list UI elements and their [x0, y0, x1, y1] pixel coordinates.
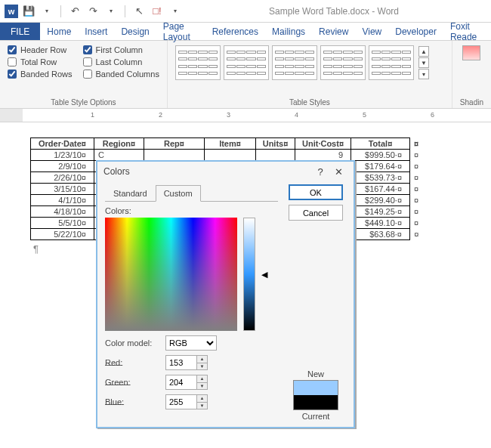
- cell-date[interactable]: 5/5/10¤: [31, 218, 94, 229]
- cell-total[interactable]: $449.10·¤: [351, 218, 410, 229]
- spin-up-icon[interactable]: ▲: [197, 395, 207, 403]
- table-row[interactable]: 1/23/10¤C9$999.50·¤¤: [31, 150, 423, 161]
- qat-dropdown-icon[interactable]: ▾: [169, 5, 181, 17]
- cell-end: ¤: [410, 161, 423, 172]
- cell-end: ¤: [410, 206, 423, 218]
- current-label: Current: [302, 412, 330, 421]
- tab-page-layout[interactable]: Page Layout: [156, 23, 205, 40]
- red-spinner[interactable]: ▲▼: [165, 355, 208, 370]
- cell-end: ¤: [410, 150, 423, 161]
- qat-dropdown-icon[interactable]: ▾: [105, 5, 117, 17]
- save-icon[interactable]: 💾: [23, 5, 35, 17]
- table-style-thumb[interactable]: [224, 45, 269, 80]
- col-unit-cost[interactable]: Unit·Cost¤: [295, 138, 351, 150]
- table-header-row[interactable]: Order·Date¤ Region¤ Rep¤ Item¤ Units¤ Un…: [31, 138, 423, 150]
- group-table-styles: ▲ ▼ ▾ Table Styles: [168, 41, 452, 108]
- green-spinner[interactable]: ▲▼: [165, 375, 208, 390]
- tab-design[interactable]: Design: [114, 23, 156, 40]
- spin-down-icon[interactable]: ▼: [197, 403, 207, 409]
- check-banded-columns[interactable]: Banded Columns: [83, 70, 159, 79]
- cell-date[interactable]: 2/26/10¤: [31, 172, 94, 184]
- cell-date[interactable]: 4/18/10¤: [31, 206, 94, 218]
- window-title: Sample Word Table.docx - Word: [181, 6, 486, 17]
- col-total[interactable]: Total¤: [351, 138, 410, 150]
- table-style-thumb[interactable]: [320, 45, 366, 80]
- cell-date[interactable]: 3/15/10¤: [31, 184, 94, 195]
- ok-button[interactable]: OK: [289, 184, 343, 200]
- table-style-thumb[interactable]: [369, 45, 414, 80]
- cell-unit-cost[interactable]: 9: [295, 150, 351, 161]
- tab-insert[interactable]: Insert: [78, 23, 114, 40]
- undo-icon[interactable]: ↶: [69, 5, 81, 17]
- red-input[interactable]: [166, 356, 196, 369]
- cell-item[interactable]: [205, 150, 256, 161]
- close-icon[interactable]: ✕: [329, 166, 347, 178]
- dialog-help-button[interactable]: ?: [311, 166, 329, 178]
- tab-foxit[interactable]: Foxit Reade: [443, 23, 491, 40]
- tab-file[interactable]: FILE: [0, 23, 40, 40]
- color-preview: [293, 380, 338, 410]
- cell-units[interactable]: [256, 150, 295, 161]
- cell-rep[interactable]: [144, 150, 205, 161]
- tab-view[interactable]: View: [355, 23, 388, 40]
- cell-end: ¤: [410, 218, 423, 229]
- gallery-more-icon[interactable]: ▾: [418, 69, 429, 79]
- shading-icon[interactable]: [462, 45, 480, 60]
- cell-total[interactable]: $299.40·¤: [351, 195, 410, 206]
- tab-developer[interactable]: Developer: [388, 23, 443, 40]
- qat-dropdown-icon[interactable]: ▾: [41, 5, 53, 17]
- check-first-column[interactable]: First Column: [83, 45, 159, 54]
- gallery-up-icon[interactable]: ▲: [418, 46, 429, 57]
- shading-label: Shadin: [460, 97, 483, 107]
- tab-standard[interactable]: Standard: [105, 185, 156, 202]
- ruler[interactable]: 1 2 3 4 5 6: [0, 109, 491, 122]
- cell-total[interactable]: $999.50·¤: [351, 150, 410, 161]
- spin-up-icon[interactable]: ▲: [197, 375, 207, 383]
- cell-total[interactable]: $63.68·¤: [351, 229, 410, 240]
- tab-home[interactable]: Home: [40, 23, 78, 40]
- dialog-titlebar[interactable]: Colors ? ✕: [97, 162, 354, 181]
- col-units[interactable]: Units¤: [256, 138, 295, 150]
- check-last-column[interactable]: Last Column: [83, 57, 159, 66]
- col-region[interactable]: Region¤: [94, 138, 144, 150]
- luminance-slider[interactable]: [243, 218, 255, 331]
- color-model-select[interactable]: RGB: [165, 335, 217, 351]
- cell-total[interactable]: $539.73·¤: [351, 172, 410, 184]
- blue-input[interactable]: [166, 395, 196, 409]
- table-style-thumb[interactable]: [175, 45, 221, 80]
- spin-up-icon[interactable]: ▲: [197, 356, 207, 363]
- cell-date[interactable]: 4/1/10¤: [31, 195, 94, 206]
- check-header-row[interactable]: Header Row: [8, 45, 73, 54]
- cancel-button[interactable]: Cancel: [289, 205, 343, 221]
- gallery-down-icon[interactable]: ▼: [418, 57, 429, 68]
- col-rep[interactable]: Rep¤: [144, 138, 205, 150]
- green-input[interactable]: [166, 375, 196, 389]
- spin-down-icon[interactable]: ▼: [197, 363, 207, 370]
- cell-date[interactable]: 2/9/10¤: [31, 161, 94, 172]
- misc-icon[interactable]: □!: [151, 5, 163, 17]
- col-order-date[interactable]: Order·Date¤: [31, 138, 94, 150]
- redo-icon[interactable]: ↷: [87, 5, 99, 17]
- check-banded-rows[interactable]: Banded Rows: [8, 70, 73, 79]
- table-style-thumb[interactable]: [272, 45, 317, 80]
- cell-end: ¤: [410, 229, 423, 240]
- cell-date[interactable]: 1/23/10¤: [31, 150, 94, 161]
- cursor-icon[interactable]: ↖: [133, 5, 145, 17]
- col-item[interactable]: Item¤: [205, 138, 256, 150]
- tab-mailings[interactable]: Mailings: [265, 23, 312, 40]
- tab-custom[interactable]: Custom: [156, 185, 201, 202]
- tab-review[interactable]: Review: [312, 23, 355, 40]
- color-spectrum[interactable]: [105, 218, 237, 331]
- blue-spinner[interactable]: ▲▼: [165, 394, 208, 409]
- cell-total[interactable]: $179.64·¤: [351, 161, 410, 172]
- check-total-row[interactable]: Total Row: [8, 57, 73, 66]
- spin-down-icon[interactable]: ▼: [197, 383, 207, 390]
- cell-total[interactable]: $149.25·¤: [351, 206, 410, 218]
- luminance-arrow-icon[interactable]: ◀: [261, 270, 267, 280]
- group-table-style-options: Header Row Total Row Banded Rows First C…: [0, 41, 168, 108]
- cell-total[interactable]: $167.44·¤: [351, 184, 410, 195]
- green-label: Green:: [105, 378, 161, 387]
- tab-references[interactable]: References: [205, 23, 265, 40]
- cell-region[interactable]: C: [94, 150, 144, 161]
- cell-date[interactable]: 5/22/10¤: [31, 229, 94, 240]
